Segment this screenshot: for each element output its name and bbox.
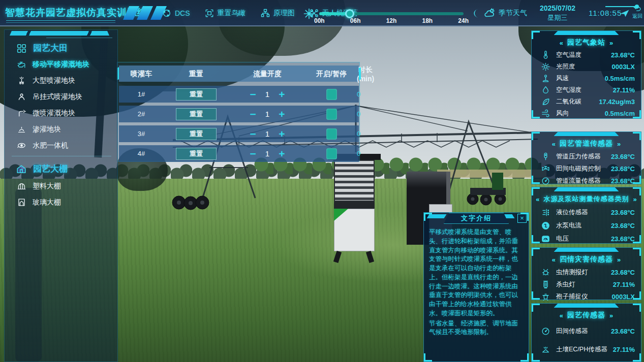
sidebar-item-label: 大型喷灌地块 bbox=[33, 76, 75, 85]
panel-next-arrow[interactable]: » bbox=[617, 140, 621, 148]
pipeline-sensor-panel: « 园艺管道传感器 » 管道压力传感器 23.68°C 田间电磁阀控制 23.6… bbox=[531, 131, 641, 184]
close-icon[interactable]: × bbox=[517, 214, 527, 223]
sensor-value: 23.68°C bbox=[611, 51, 635, 59]
sensor-label: 孢子捕捉仪 bbox=[556, 292, 611, 301]
table-row: 1# 重置 − 1 + 0 bbox=[119, 86, 359, 103]
sensor-row: 光照度 0003LX bbox=[532, 61, 641, 73]
panel-cap-decoration bbox=[554, 132, 619, 136]
reset-button[interactable]: 重置 bbox=[176, 108, 217, 120]
sensor-value: 0.5ms/cm bbox=[605, 110, 635, 117]
column-header: 重置 bbox=[164, 70, 229, 79]
sidebar-item-hanging-sprinkler[interactable]: 吊挂式喷灌地块 bbox=[5, 92, 118, 102]
sidebar-section-field[interactable]: 园艺大田 bbox=[5, 42, 118, 54]
monitoring-kiosk bbox=[332, 154, 377, 258]
sidebar-item-glass-greenhouse[interactable]: 玻璃大棚 bbox=[5, 198, 118, 207]
schematic-icon bbox=[260, 8, 270, 18]
minus-button[interactable]: − bbox=[249, 109, 257, 119]
reset-button[interactable]: 重置 bbox=[176, 148, 217, 160]
sun-icon bbox=[539, 62, 552, 72]
minus-button[interactable]: − bbox=[249, 148, 257, 159]
grid-icon bbox=[16, 43, 27, 54]
sidebar-divider bbox=[12, 156, 111, 156]
table-row: 3# 重置 − 1 + 0 bbox=[119, 125, 359, 142]
sensor-label: 风向 bbox=[556, 109, 605, 118]
time-slider-track[interactable] bbox=[319, 12, 464, 15]
sensor-row: 田间电磁阀控制 23.68°C bbox=[532, 162, 641, 175]
sidebar-item-fertigation-machine[interactable]: 水肥一体机 bbox=[5, 141, 118, 150]
power-toggle-checkbox[interactable] bbox=[326, 109, 337, 120]
reset-button[interactable]: 重置 bbox=[176, 128, 217, 140]
sensor-label: 电压 bbox=[556, 235, 611, 243]
sidebar-item-mobile-lateral-irrigation[interactable]: 移动平移灌溉地块 bbox=[5, 59, 118, 69]
sidebar-item-label: 吊挂式喷灌地块 bbox=[33, 92, 82, 102]
wind-icon bbox=[539, 109, 552, 118]
sun-icon bbox=[303, 8, 315, 20]
sensor-value: 23.68°C bbox=[611, 209, 635, 216]
sidebar-item-seep-irrigation[interactable]: 渗灌地块 bbox=[5, 124, 118, 134]
popup-body-text: 平移式喷灌系统是由支管、喷头、行进轮和桁架组成，并沿垂直支管方向移动的喷灌系统。… bbox=[424, 225, 529, 341]
sensor-value: 0.5ms/cm bbox=[605, 75, 635, 82]
leaf-icon bbox=[539, 97, 552, 107]
plus-button[interactable]: + bbox=[278, 148, 286, 159]
tick-label: 24h bbox=[458, 17, 469, 24]
flow-stepper: − 1 + bbox=[229, 89, 306, 100]
reset-birdview-label: 重置鸟瞰 bbox=[218, 9, 246, 18]
sensor-label: 风速 bbox=[556, 74, 605, 83]
sensor-row: 空气温度 23.68°C bbox=[532, 49, 641, 61]
clock-display: 11:08:55 bbox=[589, 9, 622, 17]
minus-button[interactable]: − bbox=[249, 128, 257, 139]
sidebar-item-micro-spray[interactable]: 微喷灌溉地块 bbox=[5, 108, 118, 118]
panel-prev-arrow[interactable]: « bbox=[560, 39, 563, 47]
sensor-label: 二氧化碳 bbox=[556, 97, 599, 106]
water-pump-station-panel: « 水源及泵站测量传感器类别 » 液位传感器 23.68°C 水泵电流 23.6… bbox=[531, 187, 641, 244]
dcs-button[interactable]: DCS bbox=[162, 8, 190, 18]
panel-title: 园艺管道传感器 bbox=[560, 139, 613, 148]
sidebar-item-large-sprinkler[interactable]: 大型喷灌地块 bbox=[5, 76, 118, 85]
schematic-label: 原理图 bbox=[273, 9, 295, 18]
level-sensor-icon bbox=[539, 208, 552, 217]
sidebar-section-greenhouse[interactable]: 园艺大棚 bbox=[5, 163, 118, 175]
plus-button[interactable]: + bbox=[278, 89, 286, 100]
column-header: 时长(min) bbox=[357, 65, 374, 83]
panel-next-arrow[interactable]: » bbox=[633, 195, 637, 203]
panel-next-arrow[interactable]: » bbox=[617, 256, 621, 264]
duration-value: 0 bbox=[357, 150, 360, 157]
season-weather-button[interactable]: 季节天气 bbox=[484, 7, 527, 19]
paper-plane-icon[interactable] bbox=[619, 8, 630, 19]
sidebar-item-plastic-greenhouse[interactable]: 塑料大棚 bbox=[5, 181, 118, 191]
sensor-value: 27.11% bbox=[613, 281, 635, 288]
tick-label: 12h bbox=[386, 17, 397, 24]
fertigation-machine-icon bbox=[17, 141, 26, 150]
panel-prev-arrow[interactable]: « bbox=[560, 312, 563, 319]
sensor-label: 光照度 bbox=[556, 62, 611, 71]
panel-title: 四情灾害传感器 bbox=[560, 255, 613, 264]
cart-id: 3# bbox=[119, 130, 164, 138]
tick-label: 18h bbox=[422, 17, 433, 24]
dcs-label: DCS bbox=[175, 9, 190, 17]
minus-button[interactable]: − bbox=[249, 89, 257, 100]
plus-button[interactable]: + bbox=[278, 109, 286, 119]
flow-stepper: − 1 + bbox=[229, 128, 306, 139]
plus-button[interactable]: + bbox=[278, 128, 286, 139]
panel-cap-decoration bbox=[554, 304, 619, 308]
popup-header: 文字介绍 × bbox=[424, 213, 529, 225]
reset-button[interactable]: 重置 bbox=[176, 88, 217, 101]
power-toggle-checkbox[interactable] bbox=[326, 89, 337, 100]
soil-sensor-icon bbox=[539, 345, 552, 354]
panel-prev-arrow[interactable]: « bbox=[552, 140, 556, 148]
panel-next-arrow[interactable]: » bbox=[609, 39, 613, 47]
sensor-row: 电压 23.68°C bbox=[532, 232, 641, 245]
title-stripes-decoration bbox=[126, 6, 164, 20]
panel-next-arrow[interactable]: » bbox=[609, 312, 613, 319]
title-underline bbox=[6, 20, 115, 23]
panel-prev-arrow[interactable]: « bbox=[536, 195, 539, 203]
power-toggle-checkbox[interactable] bbox=[326, 148, 337, 159]
panel-prev-arrow[interactable]: « bbox=[552, 256, 556, 264]
schematic-button[interactable]: 原理图 bbox=[260, 8, 295, 18]
power-toggle-checkbox[interactable] bbox=[326, 128, 337, 140]
sensor-value: 23.68°C bbox=[611, 222, 635, 229]
column-header: 开启/暂停 bbox=[306, 70, 357, 79]
sensor-value: 23.68°C bbox=[611, 269, 635, 276]
panel-cap-decoration bbox=[554, 187, 619, 191]
reset-birdview-button[interactable]: 重置鸟瞰 bbox=[204, 8, 246, 18]
